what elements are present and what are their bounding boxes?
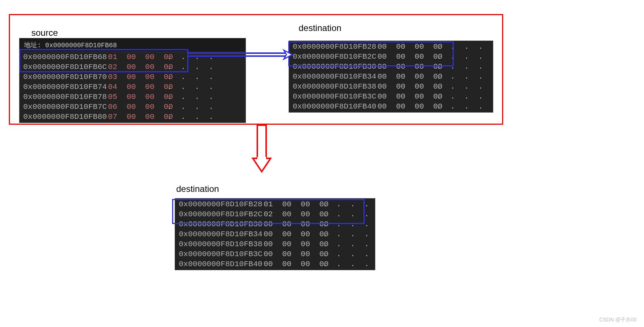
memory-address: 0x0000000F8D10FB2C bbox=[179, 210, 264, 218]
memory-bytes: 06 00 00 00 bbox=[108, 103, 167, 111]
memory-address: 0x0000000F8D10FB30 bbox=[293, 62, 377, 71]
memory-ascii: . . . . bbox=[436, 42, 459, 51]
memory-row: 0x0000000F8D10FB3C00 00 00 00. . . . bbox=[175, 249, 375, 259]
memory-address: 0x0000000F8D10FB80 bbox=[23, 113, 108, 121]
source-label: source bbox=[31, 28, 58, 38]
destination-bottom-label: destination bbox=[176, 184, 219, 194]
memory-bytes: 00 00 00 00 bbox=[377, 62, 436, 71]
memory-address: 0x0000000F8D10FB28 bbox=[179, 200, 264, 209]
memory-bytes: 01 00 00 00 bbox=[108, 53, 167, 61]
memory-row: 0x0000000F8D10FB3400 00 00 00. . . . bbox=[289, 72, 493, 82]
memory-bytes: 00 00 00 00 bbox=[377, 42, 436, 51]
memory-address: 0x0000000F8D10FB6C bbox=[23, 63, 108, 71]
memory-bytes: 00 00 00 00 bbox=[377, 82, 436, 91]
memory-address: 0x0000000F8D10FB34 bbox=[293, 72, 377, 81]
memory-address: 0x0000000F8D10FB28 bbox=[293, 42, 377, 51]
memory-bytes: 02 00 00 00 bbox=[264, 210, 323, 218]
red-arrow-down bbox=[251, 124, 273, 173]
svg-rect-2 bbox=[257, 125, 266, 158]
memory-address: 0x0000000F8D10FB3C bbox=[179, 250, 264, 258]
memory-bytes: 00 00 00 00 bbox=[264, 220, 323, 228]
memory-bytes: 03 00 00 00 bbox=[108, 73, 167, 81]
memory-row: 0x0000000F8D10FB7805 00 00 00. . . . bbox=[20, 92, 246, 102]
destination-top-label: destination bbox=[299, 23, 341, 33]
memory-bytes: 07 00 00 00 bbox=[108, 113, 167, 121]
svg-rect-3 bbox=[257, 157, 266, 160]
memory-bytes: 02 00 00 00 bbox=[108, 63, 167, 71]
memory-ascii: . . . . bbox=[323, 250, 345, 258]
memory-ascii: . . . . bbox=[167, 93, 189, 101]
memory-ascii: . . . . bbox=[167, 63, 189, 71]
memory-address: 0x0000000F8D10FB38 bbox=[179, 240, 264, 248]
memory-ascii: . . . . bbox=[436, 92, 459, 101]
memory-address: 0x0000000F8D10FB34 bbox=[179, 230, 264, 238]
memory-row: 0x0000000F8D10FB3C00 00 00 00. . . . bbox=[289, 92, 493, 101]
memory-ascii: . . . . bbox=[323, 240, 345, 248]
memory-row: 0x0000000F8D10FB4000 00 00 00. . . . bbox=[289, 101, 493, 111]
memory-address: 0x0000000F8D10FB78 bbox=[23, 93, 108, 101]
memory-row: 0x0000000F8D10FB2C00 00 00 00. . . . bbox=[289, 52, 493, 62]
memory-row: 0x0000000F8D10FB6C02 00 00 00. . . . bbox=[20, 62, 246, 72]
memory-ascii: . . . . bbox=[167, 113, 189, 121]
memory-row: 0x0000000F8D10FB6801 00 00 00. . . . bbox=[20, 52, 246, 62]
memory-bytes: 00 00 00 00 bbox=[377, 72, 436, 81]
source-memory-panel: 地址: 0x0000000F8D10FB68 0x0000000F8D10FB6… bbox=[19, 38, 246, 123]
memory-bytes: 00 00 00 00 bbox=[264, 230, 323, 238]
memory-row: 0x0000000F8D10FB3800 00 00 00. . . . bbox=[175, 239, 375, 249]
memory-row: 0x0000000F8D10FB3000 00 00 00. . . . bbox=[289, 62, 493, 72]
memory-address: 0x0000000F8D10FB40 bbox=[293, 102, 377, 111]
memory-ascii: . . . . bbox=[323, 210, 345, 218]
memory-row: 0x0000000F8D10FB7404 00 00 00. . . . bbox=[20, 82, 246, 92]
memory-ascii: . . . . bbox=[436, 102, 459, 111]
memory-row: 0x0000000F8D10FB3800 00 00 00. . . . bbox=[289, 82, 493, 92]
source-panel-header: 地址: 0x0000000F8D10FB68 bbox=[20, 38, 246, 52]
watermark: CSDN @子亦00 bbox=[599, 317, 637, 323]
memory-ascii: . . . . bbox=[167, 83, 189, 91]
memory-ascii: . . . . bbox=[323, 260, 345, 268]
memory-ascii: . . . . bbox=[167, 73, 189, 81]
memory-ascii: . . . . bbox=[167, 53, 189, 61]
memory-row: 0x0000000F8D10FB4000 00 00 00. . . . bbox=[175, 259, 375, 269]
memory-address: 0x0000000F8D10FB70 bbox=[23, 73, 108, 81]
memory-ascii: . . . . bbox=[323, 230, 345, 238]
memory-address: 0x0000000F8D10FB74 bbox=[23, 83, 108, 91]
memory-bytes: 01 00 00 00 bbox=[264, 200, 323, 209]
memory-ascii: . . . . bbox=[436, 62, 459, 71]
memory-row: 0x0000000F8D10FB3000 00 00 00. . . . bbox=[175, 219, 375, 229]
memory-bytes: 00 00 00 00 bbox=[377, 52, 436, 61]
memory-address: 0x0000000F8D10FB40 bbox=[179, 260, 264, 268]
memory-bytes: 00 00 00 00 bbox=[377, 102, 436, 111]
memory-bytes: 05 00 00 00 bbox=[108, 93, 167, 101]
memory-bytes: 00 00 00 00 bbox=[377, 92, 436, 101]
memory-ascii: . . . . bbox=[323, 200, 345, 209]
memory-ascii: . . . . bbox=[167, 103, 189, 111]
memory-row: 0x0000000F8D10FB2801 00 00 00. . . . bbox=[175, 199, 375, 209]
memory-address: 0x0000000F8D10FB38 bbox=[293, 82, 377, 91]
memory-bytes: 00 00 00 00 bbox=[264, 260, 323, 268]
destination-bottom-panel: 0x0000000F8D10FB2801 00 00 00. . . .0x00… bbox=[175, 198, 375, 270]
memory-bytes: 00 00 00 00 bbox=[264, 250, 323, 258]
memory-row: 0x0000000F8D10FB8007 00 00 00. . . . bbox=[20, 112, 246, 122]
memory-row: 0x0000000F8D10FB3400 00 00 00. . . . bbox=[175, 229, 375, 239]
memory-ascii: . . . . bbox=[436, 72, 459, 81]
memory-address: 0x0000000F8D10FB68 bbox=[23, 53, 108, 61]
memory-ascii: . . . . bbox=[436, 82, 459, 91]
memory-address: 0x0000000F8D10FB2C bbox=[293, 52, 377, 61]
memory-row: 0x0000000F8D10FB2800 00 00 00. . . . bbox=[289, 42, 493, 52]
destination-top-panel: 0x0000000F8D10FB2800 00 00 00. . . .0x00… bbox=[289, 41, 493, 113]
memory-row: 0x0000000F8D10FB2C02 00 00 00. . . . bbox=[175, 209, 375, 219]
memory-bytes: 04 00 00 00 bbox=[108, 83, 167, 91]
memory-address: 0x0000000F8D10FB30 bbox=[179, 220, 264, 228]
memory-address: 0x0000000F8D10FB7C bbox=[23, 103, 108, 111]
memory-row: 0x0000000F8D10FB7003 00 00 00. . . . bbox=[20, 72, 246, 82]
memory-ascii: . . . . bbox=[323, 220, 345, 228]
memory-row: 0x0000000F8D10FB7C06 00 00 00. . . . bbox=[20, 102, 246, 112]
memory-bytes: 00 00 00 00 bbox=[264, 240, 323, 248]
memory-address: 0x0000000F8D10FB3C bbox=[293, 92, 377, 101]
memory-ascii: . . . . bbox=[436, 52, 459, 61]
